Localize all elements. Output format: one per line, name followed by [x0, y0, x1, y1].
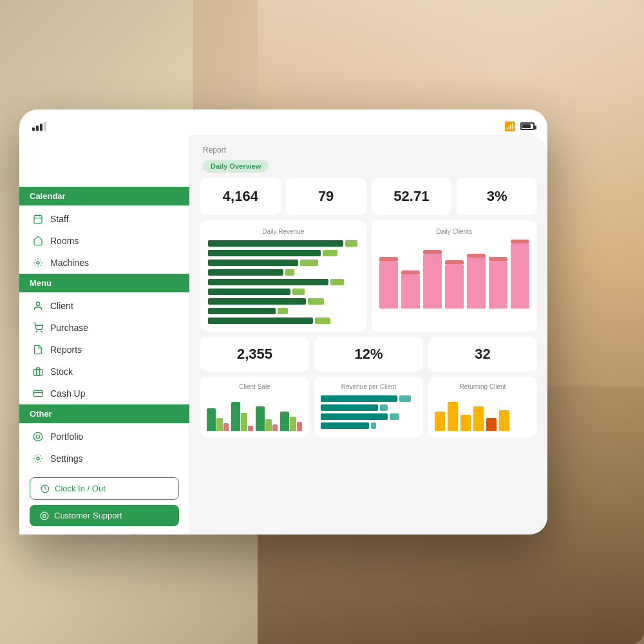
svg-rect-1: [34, 216, 42, 223]
sidebar-item-cashup[interactable]: Cash Up: [19, 383, 189, 404]
lock-icon[interactable]: [99, 534, 110, 535]
signal-bars-icon: [32, 122, 46, 131]
sidebar-item-staff[interactable]: Staff: [19, 208, 189, 230]
staff-icon: [32, 213, 44, 225]
cashup-icon: [32, 388, 44, 399]
sidebar-item-machines[interactable]: Machines: [19, 252, 189, 274]
staff-label: Staff: [50, 214, 69, 224]
revenue-per-client-chart: Revenue per Client: [314, 377, 423, 437]
machines-icon: [32, 257, 44, 269]
returning-bars: [435, 395, 531, 431]
daily-clients-title: Daily Clients: [379, 228, 530, 235]
purchase-icon: [32, 322, 44, 334]
svg-rect-10: [33, 390, 42, 396]
stat-card-1: 4,164: [200, 178, 281, 215]
sidebar-section-other: Other: [19, 404, 189, 423]
revenue-per-client-title: Revenue per Client: [321, 383, 417, 390]
rooms-label: Rooms: [50, 236, 79, 246]
svg-point-17: [43, 514, 46, 517]
sidebar-bottom: Clock In / Out Customer Support | |: [19, 469, 189, 535]
sidebar-item-rooms[interactable]: Rooms: [19, 230, 189, 252]
eye-off-icon[interactable]: [133, 534, 145, 535]
stat-card-3: 52.71: [372, 178, 452, 215]
stat-card-7: 32: [428, 337, 537, 372]
daily-clients-chart: Daily Clients: [372, 220, 538, 332]
report-label: Report: [203, 146, 535, 155]
stats-row-2: 2,355 12% 32: [190, 337, 547, 377]
sidebar: Calendar Staff Rooms Machines: [19, 135, 190, 535]
status-bar: 📶: [19, 117, 547, 135]
sidebar-item-stock[interactable]: Stock: [19, 361, 189, 383]
sidebar-section-menu: Menu: [19, 274, 189, 292]
stat-value-6: 12%: [323, 346, 414, 363]
portfolio-label: Portfolio: [50, 431, 83, 442]
stat-card-2: 79: [286, 178, 366, 215]
purchase-label: Purchase: [50, 323, 88, 333]
stock-label: Stock: [50, 366, 73, 377]
returning-client-title: Returning Client: [435, 383, 531, 390]
stock-icon: [32, 366, 44, 377]
customer-support-label: Customer Support: [54, 511, 122, 520]
status-right: 📶: [504, 121, 535, 131]
stats-row-1: 4,164 79 52.71 3%: [190, 178, 547, 220]
wifi-icon: 📶: [504, 121, 515, 131]
settings-icon: [32, 453, 44, 464]
clock-in-button[interactable]: Clock In / Out: [30, 477, 179, 500]
sidebar-item-reports[interactable]: Reports: [19, 339, 189, 361]
vbar-chart: [379, 240, 530, 311]
customer-support-button[interactable]: Customer Support: [30, 505, 179, 526]
stat-value-4: 3%: [467, 188, 527, 205]
client-sale-bars: [207, 395, 303, 431]
sidebar-item-portfolio[interactable]: Portfolio: [19, 426, 189, 448]
stat-value-1: 4,164: [211, 188, 270, 205]
tablet-card: 📶 Phorest Calendar St: [19, 109, 547, 535]
charts-row-1: Daily Revenue Daily Cli: [190, 220, 547, 337]
sidebar-item-purchase[interactable]: Purchase: [19, 317, 189, 339]
bottom-charts: Client Sale: [190, 377, 547, 445]
sidebar-item-client[interactable]: Client: [19, 295, 189, 317]
svg-point-5: [37, 261, 39, 264]
machines-label: Machines: [50, 258, 89, 268]
sidebar-section-calendar: Calendar: [19, 187, 189, 205]
main-content: Report Daily Overview 4,164 79 52.71 3%: [190, 135, 547, 535]
sidebar-item-settings[interactable]: Settings: [19, 448, 189, 469]
stat-card-5: 2,355: [200, 337, 309, 372]
footer-icons: | |: [30, 534, 179, 535]
client-label: Client: [50, 301, 73, 311]
cashup-label: Cash Up: [50, 388, 85, 399]
power-icon[interactable]: [64, 534, 75, 535]
reports-icon: [32, 344, 44, 355]
svg-point-16: [41, 512, 48, 520]
returning-client-chart: Returning Client: [428, 377, 537, 437]
app-content: Calendar Staff Rooms Machines: [19, 135, 547, 535]
client-sale-chart: Client Sale: [200, 377, 309, 437]
settings-label: Settings: [50, 453, 83, 464]
client-sale-title: Client Sale: [207, 383, 303, 390]
daily-overview-badge[interactable]: Daily Overview: [203, 160, 269, 173]
stat-value-5: 2,355: [209, 346, 300, 363]
portfolio-icon: [32, 431, 44, 442]
svg-point-12: [33, 432, 42, 440]
stat-card-4: 3%: [457, 178, 537, 215]
revenue-hbar: [321, 395, 417, 429]
daily-revenue-chart: Daily Revenue: [200, 220, 366, 332]
svg-point-8: [41, 331, 42, 332]
svg-point-6: [36, 302, 39, 305]
daily-revenue-title: Daily Revenue: [208, 228, 359, 235]
stat-value-3: 52.71: [382, 188, 442, 205]
clock-in-label: Clock In / Out: [55, 484, 106, 493]
hbar-chart: [208, 240, 359, 324]
stat-value-7: 32: [437, 346, 528, 363]
stat-card-6: 12%: [314, 337, 423, 372]
stat-value-2: 79: [296, 188, 356, 205]
svg-point-14: [37, 457, 39, 460]
svg-point-13: [36, 435, 39, 438]
svg-point-7: [36, 331, 37, 332]
rooms-icon: [32, 235, 44, 247]
report-header: Report Daily Overview: [190, 135, 547, 178]
client-icon: [32, 300, 44, 312]
reports-label: Reports: [50, 345, 82, 355]
svg-rect-9: [33, 370, 42, 375]
battery-icon: [520, 122, 535, 130]
